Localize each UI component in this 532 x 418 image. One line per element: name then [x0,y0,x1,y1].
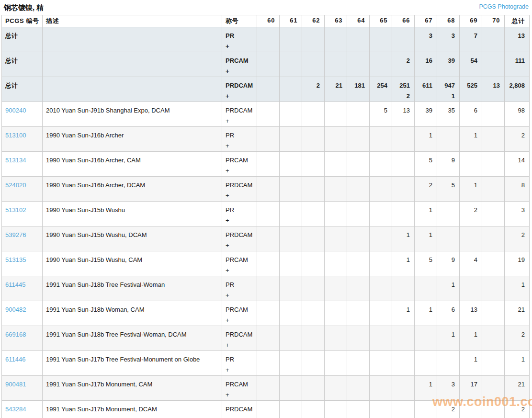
grade-count-cell [257,52,280,77]
grade-count-cell [370,326,392,351]
grade-count-cell [302,152,325,177]
grade-count-cell [482,202,505,226]
pcgs-number-link[interactable]: 900482 [5,306,26,313]
grade-count-cell [370,251,392,276]
coin-description: 2010 Yuan Sun-J91b Shanghai Expo, DCAM [43,102,222,127]
grade-count-cell [482,376,505,401]
grade-count-cell [302,102,325,127]
pcgs-number-link[interactable]: 513100 [5,132,26,139]
row-total-cell: 2,808 [505,77,530,102]
pcgs-number-link[interactable]: 539276 [5,231,26,238]
designation-cell: PRCAM+ [222,251,257,276]
grade-count-cell [437,202,460,226]
designation: PR [226,354,253,365]
grade-count-cell [325,152,347,177]
pcgs-number-link[interactable]: 524020 [5,181,26,189]
grade-count-cell: 9471 [437,77,460,102]
grade-count-cell [280,401,302,418]
coin-description: 1990 Yuan Sun-J15b Wushu, CAM [43,251,222,276]
pcgs-number-link[interactable]: 513135 [5,256,26,263]
grade-count-cell [437,351,460,376]
grade-count-cell [302,127,325,152]
coin-description: 1990 Yuan Sun-J16b Archer, DCAM [43,177,222,202]
column-header: 63 [325,15,347,27]
designation-plus: + [226,166,253,176]
grade-count-cell [347,202,370,226]
column-header: 总计 [505,15,530,27]
coin-description [43,52,222,77]
grade-count-cell [460,152,482,177]
grade-count-cell [482,52,505,77]
grade-count-cell [280,127,302,152]
grade-count-cell [280,52,302,77]
grade-count-cell [325,401,347,418]
grade-count-cell [302,177,325,202]
pcgs-number-link[interactable]: 513102 [5,206,26,214]
grade-count-cell [460,226,482,251]
grade-count-cell: 5 [437,177,460,202]
column-header: PCGS 编号 [2,15,43,27]
photograde-link[interactable]: PCGS Photograde [479,3,529,10]
grade-count-cell: 611 [415,77,437,102]
designation: PRCAM [226,255,253,265]
grade-count-cell [482,301,505,326]
grade-count-cell [257,77,280,102]
pcgs-number-cell: 900481 [2,376,43,401]
pcgs-number-link[interactable]: 669168 [5,331,26,338]
grade-count-cell: 1 [460,177,482,202]
grade-count-cell [257,102,280,127]
pcgs-number-link[interactable]: 900481 [5,381,26,388]
column-header: 68 [437,15,460,27]
row-total-cell: 2 [505,226,530,251]
pcgs-number-link[interactable]: 611445 [5,281,25,288]
pcgs-number-link[interactable]: 543284 [5,406,26,413]
designation: PRCAM [226,56,253,66]
grade-count-cell [325,251,347,276]
designation: PR [226,205,253,215]
grade-count-cell [392,127,415,152]
grade-count-cell [415,276,437,301]
grade-count-cell [325,102,347,127]
grade-count-cell [325,27,347,52]
grade-count-cell [280,27,302,52]
pcgs-number-link[interactable]: 513134 [5,157,26,164]
grade-count-cell [482,152,505,177]
grade-count-cell [257,351,280,376]
pcgs-number-link[interactable]: 611446 [5,356,25,363]
row-total-cell: 2 [505,127,530,152]
pcgs-number-cell: 900482 [2,301,43,326]
designation-cell: PRDCAM+ [222,102,257,127]
grade-count-cell [257,27,280,52]
pcgs-number-cell: 513135 [2,251,43,276]
column-header: 62 [302,15,325,27]
row-total-cell: 1 [505,351,530,376]
grade-count-cell [302,351,325,376]
grade-count-cell: 13 [482,77,505,102]
designation-plus: + [226,290,253,301]
grade-count-cell [347,27,370,52]
grade-count-cell [280,152,302,177]
grade-count-cell: 2 [460,202,482,226]
pcgs-number-link[interactable]: 900240 [5,107,26,114]
grade-count-cell [280,102,302,127]
grade-count-cell: 16 [415,52,437,77]
grade-count-cell [325,326,347,351]
table-row: 6691681991 Yuan Sun-J18b Tree Festival-W… [2,326,530,351]
grade-count-cell [325,376,347,401]
row-total-cell: 98 [505,102,530,127]
grade-count-cell: 1 [415,202,437,226]
grade-count-cell: 13 [460,301,482,326]
grade-count-cell [325,177,347,202]
row-total-cell: 21 [505,301,530,326]
designation-cell: PRDCAM+ [222,177,257,202]
designation-plus: + [226,41,253,52]
row-total-cell: 3 [505,202,530,226]
table-row: 5240201990 Yuan Sun-J16b Archer, DCAMPRD… [2,177,530,202]
grade-count-cell [325,127,347,152]
total-row: 总计PRCAM+2163954111 [2,52,530,77]
grade-count-cell: 1 [392,301,415,326]
coin-description: 1990 Yuan Sun-J16b Archer, CAM [43,152,222,177]
grade-count-cell [302,251,325,276]
total-row: 总计PRDCAM+22118125425126119471525132,808 [2,77,530,102]
grade-count-cell [347,251,370,276]
